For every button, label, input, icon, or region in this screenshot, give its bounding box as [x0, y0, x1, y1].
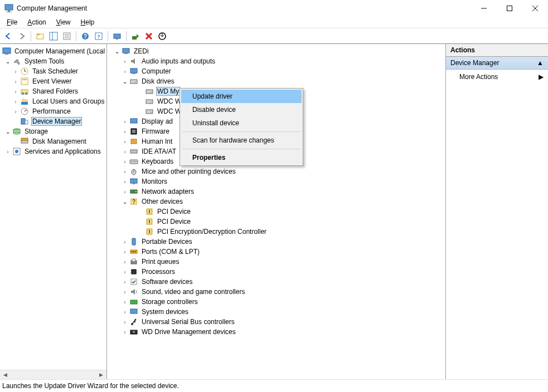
- device-tree-item[interactable]: ›Software devices: [107, 277, 445, 287]
- chevron-down-icon[interactable]: ⌄: [4, 128, 11, 135]
- forward-button[interactable]: [16, 30, 28, 42]
- uninstall-button[interactable]: [156, 30, 168, 42]
- tree-performance[interactable]: › Performance: [0, 106, 106, 116]
- chevron-right-icon[interactable]: ›: [122, 278, 128, 285]
- chevron-right-icon[interactable]: ›: [122, 68, 128, 75]
- horizontal-scrollbar[interactable]: ◀ ▶: [0, 370, 106, 379]
- chevron-right-icon[interactable]: ›: [122, 128, 128, 135]
- chevron-right-icon[interactable]: ›: [122, 298, 128, 305]
- chevron-right-icon[interactable]: ›: [122, 268, 128, 275]
- device-tree-item[interactable]: ›WD Drive Management devices: [107, 327, 445, 337]
- chevron-right-icon[interactable]: ›: [122, 118, 128, 125]
- chevron-right-icon[interactable]: ›: [122, 188, 128, 195]
- context-menu-update-driver[interactable]: Update driver: [181, 90, 302, 103]
- chevron-right-icon[interactable]: ›: [122, 138, 128, 145]
- more-actions-item[interactable]: More Actions ▶: [446, 70, 548, 84]
- chevron-right-icon[interactable]: ›: [4, 148, 11, 155]
- tree-local-users[interactable]: › Local Users and Groups: [0, 96, 106, 106]
- minimize-button[interactable]: [471, 0, 497, 17]
- device-tree-item[interactable]: ›Audio inputs and outputs: [107, 56, 445, 66]
- device-label: Mice and other pointing devices: [140, 168, 237, 175]
- chevron-right-icon[interactable]: ›: [12, 88, 19, 95]
- device-tree-item[interactable]: ›Storage controllers: [107, 297, 445, 307]
- chevron-right-icon[interactable]: ›: [122, 288, 128, 295]
- tree-label: Event Viewer: [31, 77, 72, 85]
- device-tree-item[interactable]: ›Ports (COM & LPT): [107, 247, 445, 257]
- chevron-right-icon[interactable]: ›: [122, 258, 128, 265]
- disable-button[interactable]: [143, 30, 155, 42]
- scroll-left-button[interactable]: ◀: [1, 371, 10, 379]
- back-button[interactable]: [2, 30, 14, 42]
- actions-subheader[interactable]: Device Manager ▲: [446, 57, 548, 70]
- svg-point-56: [151, 112, 152, 113]
- chevron-down-icon[interactable]: ⌄: [122, 198, 128, 205]
- help-button[interactable]: ?: [79, 30, 91, 42]
- tree-system-tools[interactable]: ⌄ System Tools: [0, 56, 106, 66]
- chevron-right-icon[interactable]: ›: [122, 178, 128, 185]
- chevron-right-icon[interactable]: ›: [12, 78, 19, 85]
- tree-task-scheduler[interactable]: › Task Scheduler: [0, 66, 106, 76]
- chevron-right-icon[interactable]: ›: [12, 108, 19, 115]
- tree-device-manager[interactable]: Device Manager: [0, 116, 106, 126]
- tree-storage[interactable]: ⌄ Storage: [0, 126, 106, 136]
- chevron-right-icon[interactable]: ›: [122, 148, 128, 155]
- actions-panel: Actions Device Manager ▲ More Actions ▶: [446, 44, 548, 379]
- show-tree-button[interactable]: [47, 30, 60, 42]
- svg-rect-61: [130, 150, 137, 153]
- context-menu-scan-hardware[interactable]: Scan for hardware changes: [181, 134, 302, 147]
- chevron-right-icon[interactable]: ›: [122, 168, 128, 175]
- chevron-right-icon[interactable]: ›: [122, 158, 128, 165]
- tree-shared-folders[interactable]: › Shared Folders: [0, 86, 106, 96]
- device-tree-item[interactable]: ›Processors: [107, 267, 445, 277]
- device-tree-item[interactable]: !PCI Encryption/Decryption Controller: [107, 227, 445, 237]
- chevron-right-icon[interactable]: ›: [12, 68, 19, 75]
- device-tree-item[interactable]: ›Sound, video and game controllers: [107, 287, 445, 297]
- tree-services[interactable]: › Services and Applications: [0, 146, 106, 156]
- context-menu-disable-device[interactable]: Disable device: [181, 103, 302, 116]
- device-tree-item[interactable]: ›Print queues: [107, 257, 445, 267]
- maximize-button[interactable]: [497, 0, 522, 17]
- device-tree-item[interactable]: !PCI Device: [107, 207, 445, 217]
- properties-button[interactable]: [61, 30, 73, 42]
- device-tree-item[interactable]: ›Monitors: [107, 177, 445, 187]
- device-tree-item[interactable]: ›Portable Devices: [107, 237, 445, 247]
- tree-disk-management[interactable]: Disk Management: [0, 136, 106, 146]
- device-tree-item[interactable]: ›Mice and other pointing devices: [107, 166, 445, 177]
- chevron-down-icon[interactable]: ⌄: [114, 48, 120, 55]
- close-button[interactable]: [522, 0, 548, 17]
- chevron-right-icon[interactable]: ›: [122, 308, 128, 315]
- chevron-right-icon[interactable]: ›: [122, 329, 128, 335]
- menu-help[interactable]: Help: [76, 17, 99, 27]
- svg-point-80: [132, 251, 133, 252]
- menu-file[interactable]: File: [2, 17, 22, 27]
- chevron-right-icon[interactable]: ›: [122, 58, 128, 65]
- collapse-icon[interactable]: ▲: [537, 59, 544, 67]
- device-tree-item[interactable]: ›System devices: [107, 307, 445, 317]
- update-driver-button[interactable]: [129, 30, 142, 42]
- device-tree-item[interactable]: ⌄ZEDi: [107, 46, 445, 56]
- device-tree-item[interactable]: ⌄?Other devices: [107, 197, 445, 207]
- chevron-right-icon[interactable]: ›: [122, 318, 128, 325]
- chevron-spacer: [137, 98, 144, 105]
- device-tree-item[interactable]: !PCI Device: [107, 217, 445, 227]
- device-tree-item[interactable]: ⌄Disk drives: [107, 76, 445, 86]
- menu-action[interactable]: Action: [23, 17, 50, 27]
- scroll-right-button[interactable]: ▶: [96, 371, 106, 379]
- scan-hardware-button[interactable]: [111, 30, 123, 42]
- device-tree-item[interactable]: ›Computer: [107, 66, 445, 76]
- chevron-down-icon[interactable]: ⌄: [122, 78, 128, 85]
- device-tree-item[interactable]: ›Universal Serial Bus controllers: [107, 317, 445, 327]
- tree-event-viewer[interactable]: › Event Viewer: [0, 76, 106, 86]
- chevron-right-icon[interactable]: ›: [122, 248, 128, 255]
- chevron-right-icon[interactable]: ›: [12, 98, 19, 105]
- context-menu-properties[interactable]: Properties: [181, 151, 302, 164]
- device-tree-item[interactable]: ›Network adapters: [107, 187, 445, 197]
- about-button[interactable]: ?: [93, 30, 105, 42]
- svg-rect-47: [130, 68, 137, 73]
- tree-root[interactable]: Computer Management (Local: [0, 46, 106, 56]
- up-button[interactable]: [34, 30, 46, 42]
- menu-view[interactable]: View: [52, 17, 75, 27]
- context-menu-uninstall-device[interactable]: Uninstall device: [181, 116, 302, 130]
- chevron-down-icon[interactable]: ⌄: [4, 58, 11, 65]
- chevron-right-icon[interactable]: ›: [122, 238, 128, 245]
